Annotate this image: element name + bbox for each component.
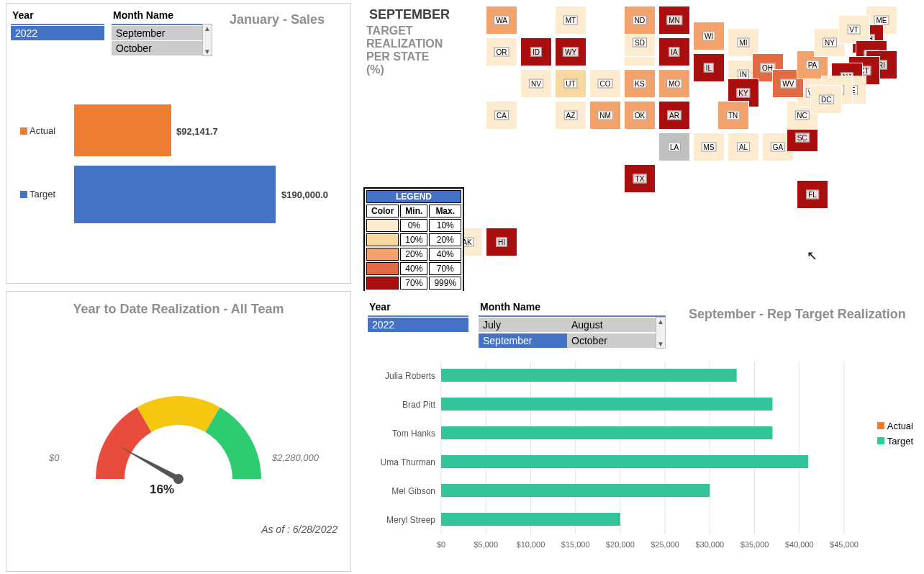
chevron-down-icon[interactable]: ▼ (204, 48, 211, 55)
state-label: WY (563, 48, 579, 57)
reps-xtick: $35,000 (740, 540, 769, 549)
sales-month-september[interactable]: September (112, 26, 202, 40)
state-label: LA (668, 143, 681, 152)
legend-swatch (366, 219, 399, 232)
reps-bar-chart: $0$5,000$10,000$15,000$20,000$25,000$30,… (362, 354, 866, 570)
state-label: PA (806, 60, 820, 69)
state-label: OR (494, 48, 509, 57)
state-label: MN (666, 16, 682, 25)
state-label: CO (598, 79, 613, 89)
state-label: VT (847, 25, 861, 35)
state-ID: ID (520, 37, 552, 66)
usa-map: AKHIWAORCANVIDMTWYUTCOAZNMTXOKKSNESDNDMN… (451, 6, 912, 279)
legend-max: 40% (429, 248, 461, 261)
state-label: WA (494, 16, 509, 25)
reps-month-october[interactable]: October (567, 333, 656, 348)
state-label: DC (819, 95, 833, 104)
map-legend-col-max: Max. (429, 205, 461, 218)
state-KS: KS (624, 69, 656, 98)
legend-swatch (366, 233, 399, 246)
state-label: KS (633, 79, 646, 89)
ytd-asof: As of : 6/28/2022 (261, 524, 338, 535)
state-label: OK (633, 111, 647, 120)
sales-legend-target-swatch (20, 191, 27, 198)
state-AR: AR (658, 101, 690, 130)
chevron-down-icon[interactable]: ▼ (657, 340, 664, 348)
legend-swatch (366, 262, 399, 275)
state-label: ID (530, 48, 542, 57)
state-label: NY (823, 37, 837, 47)
state-label: FL (806, 190, 819, 199)
gauge-band-yellow (137, 396, 220, 432)
gauge-band-green (206, 407, 262, 479)
reps-year-2022[interactable]: 2022 (368, 318, 468, 332)
sales-year-2022[interactable]: 2022 (11, 26, 104, 40)
sales-month-october[interactable]: October (112, 41, 202, 55)
state-label: UT (563, 79, 577, 89)
state-WI: WI (693, 22, 725, 50)
reps-bar-target (441, 455, 808, 468)
state-ND: ND (624, 6, 656, 35)
chevron-up-icon[interactable]: ▲ (657, 318, 664, 326)
state-IA: IA (658, 37, 690, 66)
sales-bar-actual-value: $92,141.7 (176, 126, 218, 137)
reps-chart-title: September - Rep Target Realization (689, 307, 906, 322)
state-NM: NM (589, 101, 621, 130)
reps-legend-target: Target (877, 436, 913, 447)
gauge-max-label: $2,280,000 (271, 452, 320, 463)
sales-legend-actual-swatch (20, 127, 27, 135)
legend-swatch (366, 277, 399, 290)
state-WA: WA (486, 6, 517, 35)
legend-min: 0% (400, 219, 427, 232)
state-OK: OK (624, 101, 656, 130)
map-legend-title: LEGEND (366, 190, 461, 203)
legend-swatch (366, 248, 399, 261)
reps-xtick: $25,000 (651, 540, 679, 549)
state-label: ME (874, 16, 889, 25)
sales-bar-chart: Actual Target $92,141.7 $190,000.0 (9, 90, 348, 277)
reps-month-july[interactable]: July (479, 318, 567, 332)
state-label: TN (726, 111, 740, 120)
legend-min: 70% (400, 277, 427, 290)
state-CA: CA (486, 101, 517, 130)
reps-month-september[interactable]: September (479, 333, 567, 348)
sales-legend-target: Target (30, 189, 56, 199)
state-AZ: AZ (555, 101, 586, 130)
state-label: NM (597, 111, 613, 120)
reps-month-header: Month Name (479, 300, 666, 317)
reps-bar-target (441, 398, 772, 411)
state-MN: MN (658, 6, 690, 35)
state-CO: CO (589, 69, 621, 98)
state-MO: MO (658, 69, 690, 98)
cursor-icon: ↖ (807, 248, 817, 264)
state-label: AR (667, 111, 681, 120)
reps-month-august[interactable]: August (567, 318, 656, 332)
ytd-gauge: $0 $2,280,000 16% (9, 364, 348, 551)
reps-xtick: $20,000 (606, 540, 635, 549)
map-subtitle: TARGET REALIZATION PER STATE (%) (366, 24, 443, 76)
state-UT: UT (555, 69, 586, 98)
state-label: WI (702, 32, 715, 41)
state-DC: DC (810, 85, 842, 114)
legend-min: 10% (400, 233, 427, 246)
state-label: TX (633, 174, 647, 184)
state-label: KY (736, 89, 750, 98)
state-label: ND (633, 16, 647, 25)
state-LA: LA (658, 133, 690, 161)
sales-bar-target-value: $190,000.0 (281, 189, 328, 200)
state-label: MS (702, 143, 717, 152)
sales-legend-actual: Actual (30, 125, 55, 136)
reps-name-label: Julia Roberts (385, 371, 435, 381)
reps-month-scrollbar[interactable]: ▲ ▼ (656, 317, 666, 349)
reps-bar-target (441, 369, 737, 382)
reps-xtick: $45,000 (830, 540, 859, 549)
state-label: IA (669, 48, 679, 57)
state-label: AZ (564, 111, 578, 120)
legend-min: 40% (400, 262, 427, 275)
state-MI: MI (728, 28, 759, 57)
gauge-percent: 16% (150, 483, 174, 496)
chevron-up-icon[interactable]: ▲ (204, 24, 211, 32)
sales-month-scrollbar[interactable]: ▲ ▼ (202, 24, 212, 56)
sales-bar-actual (74, 104, 171, 156)
reps-name-label: Mel Gibson (391, 486, 435, 496)
